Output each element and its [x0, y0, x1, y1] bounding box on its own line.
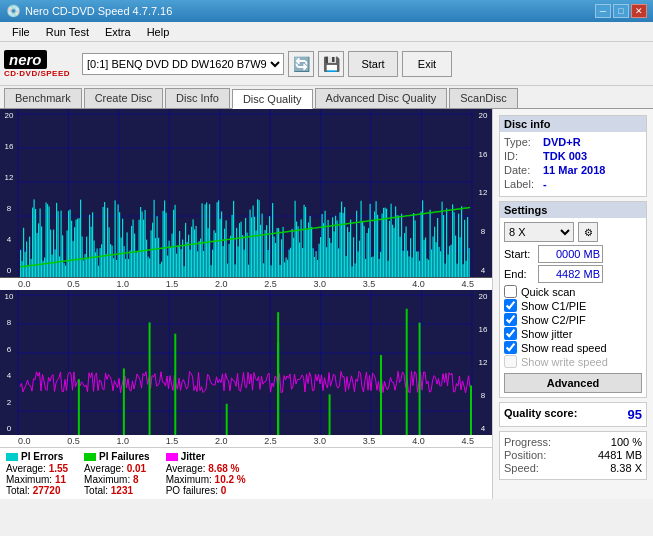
- start-button[interactable]: Start: [348, 51, 398, 77]
- speed-row-display: Speed: 8.38 X: [504, 462, 642, 474]
- tab-disc-info[interactable]: Disc Info: [165, 88, 230, 108]
- speed-select[interactable]: 8 X: [504, 222, 574, 242]
- menu-file[interactable]: File: [4, 24, 38, 40]
- close-button[interactable]: ✕: [631, 4, 647, 18]
- disc-type-row: Type: DVD+R: [504, 136, 642, 148]
- tab-benchmark[interactable]: Benchmark: [4, 88, 82, 108]
- disc-label-row: Label: -: [504, 178, 642, 190]
- right-panel: Disc info Type: DVD+R ID: TDK 003 Date: …: [493, 109, 653, 499]
- show-write-speed-row: Show write speed: [504, 355, 642, 368]
- show-c1pie-checkbox[interactable]: [504, 299, 517, 312]
- logo-area: nero CD·DVD/SPEED: [4, 50, 70, 78]
- chart-area: 20 16 12 8 4 0 20 16 12 8 4 0.00.51.01.5…: [0, 109, 493, 499]
- disc-date-row: Date: 11 Mar 2018: [504, 164, 642, 176]
- main-content: 20 16 12 8 4 0 20 16 12 8 4 0.00.51.01.5…: [0, 109, 653, 499]
- show-write-speed-checkbox[interactable]: [504, 355, 517, 368]
- chart-bottom: 10 8 6 4 2 0 20 16 12 8 4: [0, 290, 492, 435]
- legend-pi-errors: PI Errors Average: 1.55 Maximum: 11 Tota…: [6, 451, 68, 496]
- settings-section: Settings 8 X ⚙ Start: End: Quick scan: [499, 201, 647, 398]
- legend-pi-failures: PI Failures Average: 0.01 Maximum: 8 Tot…: [84, 451, 150, 496]
- disc-info-section: Disc info Type: DVD+R ID: TDK 003 Date: …: [499, 115, 647, 197]
- tab-advanced-disc-quality[interactable]: Advanced Disc Quality: [315, 88, 448, 108]
- start-field-row: Start:: [504, 245, 642, 263]
- show-c2pif-checkbox[interactable]: [504, 313, 517, 326]
- show-c1pie-row: Show C1/PIE: [504, 299, 642, 312]
- legend-area: PI Errors Average: 1.55 Maximum: 11 Tota…: [0, 447, 492, 499]
- quick-scan-checkbox[interactable]: [504, 285, 517, 298]
- speed-row: 8 X ⚙: [504, 222, 642, 242]
- toolbar: nero CD·DVD/SPEED [0:1] BENQ DVD DD DW16…: [0, 42, 653, 86]
- legend-jitter: Jitter Average: 8.68 % Maximum: 10.2 % P…: [166, 451, 246, 496]
- pi-errors-color: [6, 453, 18, 461]
- jitter-color: [166, 453, 178, 461]
- menu-help[interactable]: Help: [139, 24, 178, 40]
- tab-disc-quality[interactable]: Disc Quality: [232, 89, 313, 109]
- progress-row: Progress: 100 %: [504, 436, 642, 448]
- quick-scan-row: Quick scan: [504, 285, 642, 298]
- pi-failures-color: [84, 453, 96, 461]
- show-read-speed-row: Show read speed: [504, 341, 642, 354]
- show-c2pif-row: Show C2/PIF: [504, 313, 642, 326]
- show-jitter-checkbox[interactable]: [504, 327, 517, 340]
- chart-bottom-x-labels: 0.00.51.01.52.02.53.03.54.04.5: [0, 435, 492, 447]
- show-read-speed-checkbox[interactable]: [504, 341, 517, 354]
- minimize-button[interactable]: ─: [595, 4, 611, 18]
- show-jitter-row: Show jitter: [504, 327, 642, 340]
- chart-bottom-y-right: 20 16 12 8 4: [474, 290, 492, 435]
- exit-button[interactable]: Exit: [402, 51, 452, 77]
- settings-icon[interactable]: ⚙: [578, 222, 598, 242]
- nero-tagline: CD·DVD/SPEED: [4, 69, 70, 78]
- title-bar-left: 💿 Nero CD-DVD Speed 4.7.7.16: [6, 4, 172, 18]
- quality-score-row: Quality score: 95: [504, 407, 642, 422]
- refresh-icon[interactable]: 🔄: [288, 51, 314, 77]
- drive-select[interactable]: [0:1] BENQ DVD DD DW1620 B7W9: [82, 53, 284, 75]
- end-field-row: End:: [504, 265, 642, 283]
- chart-top-x-labels: 0.00.51.01.52.02.53.03.54.04.5: [0, 278, 492, 290]
- title-bar-controls: ─ □ ✕: [595, 4, 647, 18]
- chart-top: 20 16 12 8 4 0 20 16 12 8 4: [0, 109, 492, 278]
- menu-run-test[interactable]: Run Test: [38, 24, 97, 40]
- quality-section: Quality score: 95: [499, 402, 647, 427]
- tabs: Benchmark Create Disc Disc Info Disc Qua…: [0, 86, 653, 109]
- progress-section: Progress: 100 % Position: 4481 MB Speed:…: [499, 431, 647, 480]
- app-title: Nero CD-DVD Speed 4.7.7.16: [25, 5, 172, 17]
- position-row: Position: 4481 MB: [504, 449, 642, 461]
- chart-top-y-left: 20 16 12 8 4 0: [0, 109, 18, 277]
- title-bar: 💿 Nero CD-DVD Speed 4.7.7.16 ─ □ ✕: [0, 0, 653, 22]
- chart-top-y-right: 20 16 12 8 4: [474, 109, 492, 277]
- end-input[interactable]: [538, 265, 603, 283]
- menu-extra[interactable]: Extra: [97, 24, 139, 40]
- tab-create-disc[interactable]: Create Disc: [84, 88, 163, 108]
- nero-logo: nero: [9, 51, 42, 68]
- save-icon[interactable]: 💾: [318, 51, 344, 77]
- chart-bottom-y-left: 10 8 6 4 2 0: [0, 290, 18, 435]
- disc-id-row: ID: TDK 003: [504, 150, 642, 162]
- advanced-button[interactable]: Advanced: [504, 373, 642, 393]
- maximize-button[interactable]: □: [613, 4, 629, 18]
- tab-scandisc[interactable]: ScanDisc: [449, 88, 517, 108]
- start-input[interactable]: [538, 245, 603, 263]
- app-icon: 💿: [6, 4, 21, 18]
- menu-bar: File Run Test Extra Help: [0, 22, 653, 42]
